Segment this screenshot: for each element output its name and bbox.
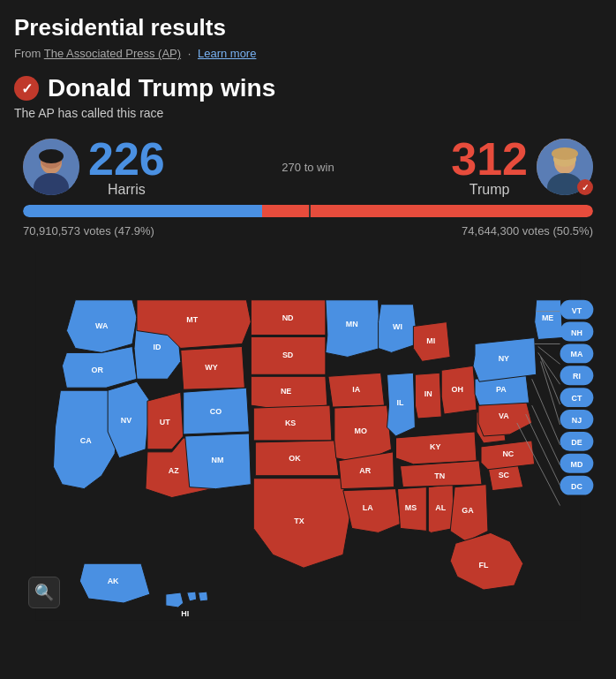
source-line: From The Associated Press (AP) · Learn m… <box>14 47 602 60</box>
svg-rect-107 <box>560 300 594 320</box>
learn-more-link[interactable]: Learn more <box>198 47 256 60</box>
svg-marker-41 <box>255 441 339 476</box>
ap-link[interactable]: The Associated Press (AP) <box>44 47 181 60</box>
svg-marker-27 <box>184 388 250 434</box>
svg-marker-57 <box>428 485 454 533</box>
svg-marker-87 <box>473 338 537 382</box>
svg-rect-111 <box>560 343 594 363</box>
svg-marker-45 <box>326 300 380 358</box>
trump-score: 312 <box>451 136 528 182</box>
svg-marker-31 <box>185 434 252 489</box>
winner-subtitle: The AP has called this race <box>14 106 602 120</box>
svg-rect-121 <box>560 454 594 473</box>
page-title: Presidential results <box>14 14 602 41</box>
svg-rect-113 <box>560 366 594 385</box>
to-win-label: 270 to win <box>282 161 334 174</box>
harris-score: 226 <box>88 136 165 182</box>
svg-point-9 <box>552 147 578 160</box>
svg-marker-11 <box>66 300 137 353</box>
source-prefix: From <box>14 47 41 60</box>
map-section: WA OR CA ID NV MT <box>11 252 605 621</box>
main-container: Presidential results From The Associated… <box>0 0 616 638</box>
svg-marker-55 <box>397 487 426 532</box>
svg-marker-63 <box>413 322 450 362</box>
winner-section: Donald Trump wins <box>14 74 602 102</box>
svg-marker-39 <box>253 405 332 441</box>
svg-marker-33 <box>251 300 326 336</box>
svg-marker-67 <box>441 366 477 414</box>
trump-score-block: 312 Trump <box>451 136 528 198</box>
svg-rect-117 <box>560 410 594 429</box>
map-svg-container: WA OR CA ID NV MT <box>11 252 605 621</box>
harris-candidate: 226 Harris <box>23 136 165 198</box>
svg-rect-109 <box>560 322 594 342</box>
svg-rect-115 <box>560 388 594 407</box>
trump-votes: 74,644,300 votes (50.5%) <box>462 224 593 238</box>
progress-red <box>262 205 593 217</box>
svg-marker-53 <box>343 489 401 533</box>
winner-title: Donald Trump wins <box>48 74 275 102</box>
map-wrapper: WA OR CA ID NV MT <box>11 252 605 621</box>
svg-marker-47 <box>328 373 385 407</box>
progress-bar <box>23 205 593 217</box>
svg-marker-69 <box>395 432 477 464</box>
svg-marker-61 <box>387 373 416 436</box>
svg-marker-19 <box>108 381 150 458</box>
harris-score-block: 226 Harris <box>88 136 165 198</box>
progress-threshold-marker <box>309 205 311 217</box>
svg-point-4 <box>39 149 64 163</box>
svg-marker-95 <box>199 592 208 601</box>
svg-marker-35 <box>251 337 326 375</box>
svg-rect-119 <box>560 432 594 451</box>
svg-marker-89 <box>535 300 563 340</box>
threshold-section: 270 to win <box>273 161 342 174</box>
svg-marker-25 <box>147 392 184 449</box>
harris-avatar <box>23 139 79 195</box>
votes-row: 70,910,573 votes (47.9%) 74,644,300 vote… <box>14 224 602 238</box>
winner-check-icon <box>14 76 39 101</box>
zoom-button[interactable]: 🔍 <box>28 577 60 608</box>
svg-marker-73 <box>450 485 488 542</box>
trump-check-badge: ✓ <box>577 179 593 195</box>
svg-rect-123 <box>560 476 594 495</box>
harris-votes: 70,910,573 votes (47.9%) <box>23 224 154 238</box>
svg-marker-23 <box>181 346 245 389</box>
svg-marker-93 <box>166 592 184 607</box>
svg-marker-59 <box>379 305 418 353</box>
svg-marker-13 <box>62 346 137 388</box>
trump-candidate: 312 Trump ✓ <box>451 136 593 198</box>
svg-marker-37 <box>251 376 327 410</box>
svg-marker-65 <box>415 373 441 419</box>
progress-blue <box>23 205 262 217</box>
candidates-row: 226 Harris 270 to win 312 Trump <box>14 136 602 198</box>
svg-marker-91 <box>79 563 150 603</box>
separator: · <box>188 47 192 60</box>
zoom-icon: 🔍 <box>34 583 54 602</box>
